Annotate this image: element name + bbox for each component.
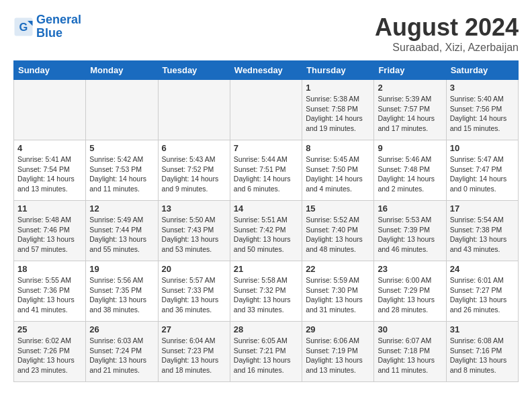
cell-text: Sunrise: 5:50 AMSunset: 7:43 PMDaylight:…	[162, 215, 226, 255]
day-number: 22	[306, 264, 370, 274]
day-number: 28	[234, 324, 298, 334]
day-number: 26	[89, 324, 154, 334]
cell-text: Sunrise: 6:00 AMSunset: 7:29 PMDaylight:…	[378, 275, 442, 315]
calendar-cell: 24Sunrise: 6:01 AMSunset: 7:27 PMDayligh…	[446, 261, 518, 322]
week-row-2: 4Sunrise: 5:41 AMSunset: 7:54 PMDaylight…	[14, 140, 519, 201]
month-year: August 2024	[375, 13, 519, 42]
day-number: 4	[17, 143, 82, 153]
cell-text: Sunrise: 5:44 AMSunset: 7:51 PMDaylight:…	[234, 154, 298, 194]
cell-text: Sunrise: 6:02 AMSunset: 7:26 PMDaylight:…	[17, 336, 82, 375]
cell-text: Sunrise: 5:59 AMSunset: 7:30 PMDaylight:…	[306, 275, 370, 315]
day-number: 27	[162, 324, 226, 334]
cell-text: Sunrise: 6:05 AMSunset: 7:21 PMDaylight:…	[234, 336, 298, 375]
cell-text: Sunrise: 5:56 AMSunset: 7:35 PMDaylight:…	[89, 275, 154, 315]
cell-text: Sunrise: 5:54 AMSunset: 7:38 PMDaylight:…	[450, 215, 515, 255]
cell-text: Sunrise: 5:42 AMSunset: 7:53 PMDaylight:…	[89, 154, 154, 194]
calendar-cell: 6Sunrise: 5:43 AMSunset: 7:52 PMDaylight…	[158, 140, 230, 201]
cell-text: Sunrise: 6:01 AMSunset: 7:27 PMDaylight:…	[450, 275, 515, 315]
calendar-cell: 9Sunrise: 5:46 AMSunset: 7:48 PMDaylight…	[374, 140, 446, 201]
calendar-cell: 15Sunrise: 5:52 AMSunset: 7:40 PMDayligh…	[302, 201, 374, 261]
cell-text: Sunrise: 6:08 AMSunset: 7:16 PMDaylight:…	[450, 336, 515, 375]
logo-blue: Blue	[36, 26, 62, 40]
day-number: 10	[450, 143, 515, 153]
day-number: 6	[162, 143, 226, 153]
calendar-cell: 17Sunrise: 5:54 AMSunset: 7:38 PMDayligh…	[446, 201, 518, 261]
weekday-thursday: Thursday	[302, 61, 374, 80]
day-number: 29	[306, 324, 370, 334]
logo: G General Blue	[13, 13, 81, 40]
weekday-tuesday: Tuesday	[158, 61, 230, 80]
day-number: 8	[306, 143, 370, 153]
calendar-cell: 2Sunrise: 5:39 AMSunset: 7:57 PMDaylight…	[374, 80, 446, 140]
weekday-sunday: Sunday	[14, 61, 86, 80]
day-number: 14	[234, 203, 298, 214]
cell-text: Sunrise: 5:51 AMSunset: 7:42 PMDaylight:…	[234, 215, 298, 255]
cell-text: Sunrise: 5:57 AMSunset: 7:33 PMDaylight:…	[162, 275, 226, 315]
calendar-cell: 14Sunrise: 5:51 AMSunset: 7:42 PMDayligh…	[230, 201, 302, 261]
calendar-table: SundayMondayTuesdayWednesdayThursdayFrid…	[13, 60, 519, 382]
cell-text: Sunrise: 5:40 AMSunset: 7:56 PMDaylight:…	[450, 94, 515, 134]
calendar-cell: 30Sunrise: 6:07 AMSunset: 7:18 PMDayligh…	[374, 322, 446, 382]
calendar-cell: 11Sunrise: 5:48 AMSunset: 7:46 PMDayligh…	[14, 201, 86, 261]
cell-text: Sunrise: 5:41 AMSunset: 7:54 PMDaylight:…	[17, 154, 82, 194]
cell-text: Sunrise: 5:52 AMSunset: 7:40 PMDaylight:…	[306, 215, 370, 255]
cell-text: Sunrise: 5:38 AMSunset: 7:58 PMDaylight:…	[306, 94, 370, 134]
cell-text: Sunrise: 6:03 AMSunset: 7:24 PMDaylight:…	[89, 336, 154, 375]
calendar-cell: 13Sunrise: 5:50 AMSunset: 7:43 PMDayligh…	[158, 201, 230, 261]
title-area: August 2024 Suraabad, Xizi, Azerbaijan	[375, 13, 519, 54]
calendar-cell: 12Sunrise: 5:49 AMSunset: 7:44 PMDayligh…	[86, 201, 158, 261]
day-number: 9	[378, 143, 442, 153]
cell-text: Sunrise: 5:45 AMSunset: 7:50 PMDaylight:…	[306, 154, 370, 194]
cell-text: Sunrise: 5:43 AMSunset: 7:52 PMDaylight:…	[162, 154, 226, 194]
week-row-5: 25Sunrise: 6:02 AMSunset: 7:26 PMDayligh…	[14, 322, 519, 382]
calendar-cell: 5Sunrise: 5:42 AMSunset: 7:53 PMDaylight…	[86, 140, 158, 201]
location: Suraabad, Xizi, Azerbaijan	[375, 42, 519, 54]
calendar-cell: 27Sunrise: 6:04 AMSunset: 7:23 PMDayligh…	[158, 322, 230, 382]
day-number: 25	[17, 324, 82, 334]
day-number: 19	[89, 264, 154, 274]
day-number: 15	[306, 203, 370, 214]
day-number: 31	[450, 324, 515, 334]
day-number: 24	[450, 264, 515, 274]
calendar-cell	[86, 80, 158, 140]
calendar-cell: 7Sunrise: 5:44 AMSunset: 7:51 PMDaylight…	[230, 140, 302, 201]
calendar-cell: 31Sunrise: 6:08 AMSunset: 7:16 PMDayligh…	[446, 322, 518, 382]
cell-text: Sunrise: 5:55 AMSunset: 7:36 PMDaylight:…	[17, 275, 82, 315]
cell-text: Sunrise: 5:53 AMSunset: 7:39 PMDaylight:…	[378, 215, 442, 255]
calendar-cell: 21Sunrise: 5:58 AMSunset: 7:32 PMDayligh…	[230, 261, 302, 322]
logo-icon: G	[13, 17, 34, 37]
week-row-4: 18Sunrise: 5:55 AMSunset: 7:36 PMDayligh…	[14, 261, 519, 322]
cell-text: Sunrise: 6:07 AMSunset: 7:18 PMDaylight:…	[378, 336, 442, 375]
day-number: 30	[378, 324, 442, 334]
week-row-3: 11Sunrise: 5:48 AMSunset: 7:46 PMDayligh…	[14, 201, 519, 261]
day-number: 1	[306, 83, 370, 93]
calendar-cell: 26Sunrise: 6:03 AMSunset: 7:24 PMDayligh…	[86, 322, 158, 382]
calendar-cell: 25Sunrise: 6:02 AMSunset: 7:26 PMDayligh…	[14, 322, 86, 382]
cell-text: Sunrise: 5:48 AMSunset: 7:46 PMDaylight:…	[17, 215, 82, 255]
day-number: 12	[89, 203, 154, 214]
calendar-cell: 3Sunrise: 5:40 AMSunset: 7:56 PMDaylight…	[446, 80, 518, 140]
week-row-1: 1Sunrise: 5:38 AMSunset: 7:58 PMDaylight…	[14, 80, 519, 140]
weekday-wednesday: Wednesday	[230, 61, 302, 80]
weekday-header-row: SundayMondayTuesdayWednesdayThursdayFrid…	[14, 61, 519, 80]
calendar-cell	[14, 80, 86, 140]
day-number: 21	[234, 264, 298, 274]
calendar-cell: 18Sunrise: 5:55 AMSunset: 7:36 PMDayligh…	[14, 261, 86, 322]
day-number: 2	[378, 83, 442, 93]
calendar-cell: 4Sunrise: 5:41 AMSunset: 7:54 PMDaylight…	[14, 140, 86, 201]
day-number: 7	[234, 143, 298, 153]
weekday-saturday: Saturday	[446, 61, 518, 80]
cell-text: Sunrise: 6:04 AMSunset: 7:23 PMDaylight:…	[162, 336, 226, 375]
calendar-cell: 19Sunrise: 5:56 AMSunset: 7:35 PMDayligh…	[86, 261, 158, 322]
cell-text: Sunrise: 6:06 AMSunset: 7:19 PMDaylight:…	[306, 336, 370, 375]
cell-text: Sunrise: 5:39 AMSunset: 7:57 PMDaylight:…	[378, 94, 442, 134]
cell-text: Sunrise: 5:46 AMSunset: 7:48 PMDaylight:…	[378, 154, 442, 194]
day-number: 23	[378, 264, 442, 274]
calendar-cell: 23Sunrise: 6:00 AMSunset: 7:29 PMDayligh…	[374, 261, 446, 322]
svg-text:G: G	[19, 21, 28, 33]
day-number: 20	[162, 264, 226, 274]
cell-text: Sunrise: 5:49 AMSunset: 7:44 PMDaylight:…	[89, 215, 154, 255]
calendar-cell: 10Sunrise: 5:47 AMSunset: 7:47 PMDayligh…	[446, 140, 518, 201]
calendar-cell: 28Sunrise: 6:05 AMSunset: 7:21 PMDayligh…	[230, 322, 302, 382]
weekday-friday: Friday	[374, 61, 446, 80]
